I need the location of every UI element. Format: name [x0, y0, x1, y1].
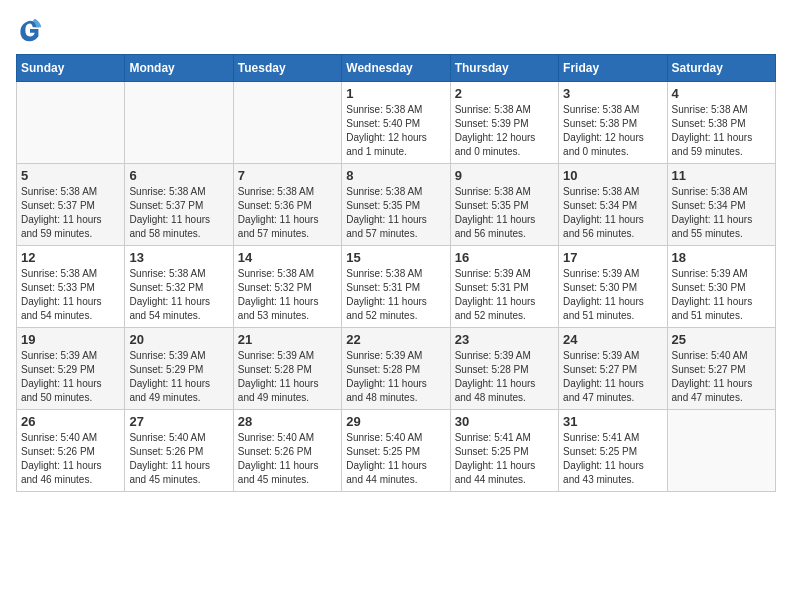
day-number: 17 — [563, 250, 662, 265]
weekday-header-thursday: Thursday — [450, 55, 558, 82]
calendar-cell: 11Sunrise: 5:38 AM Sunset: 5:34 PM Dayli… — [667, 164, 775, 246]
calendar-cell — [17, 82, 125, 164]
calendar-cell: 23Sunrise: 5:39 AM Sunset: 5:28 PM Dayli… — [450, 328, 558, 410]
day-info: Sunrise: 5:38 AM Sunset: 5:31 PM Dayligh… — [346, 267, 445, 323]
calendar-header: SundayMondayTuesdayWednesdayThursdayFrid… — [17, 55, 776, 82]
logo-icon — [16, 16, 44, 44]
day-number: 20 — [129, 332, 228, 347]
calendar-cell: 21Sunrise: 5:39 AM Sunset: 5:28 PM Dayli… — [233, 328, 341, 410]
logo — [16, 16, 48, 44]
calendar-week-2: 5Sunrise: 5:38 AM Sunset: 5:37 PM Daylig… — [17, 164, 776, 246]
weekday-header-friday: Friday — [559, 55, 667, 82]
day-number: 2 — [455, 86, 554, 101]
calendar-body: 1Sunrise: 5:38 AM Sunset: 5:40 PM Daylig… — [17, 82, 776, 492]
calendar-cell: 14Sunrise: 5:38 AM Sunset: 5:32 PM Dayli… — [233, 246, 341, 328]
day-number: 3 — [563, 86, 662, 101]
day-info: Sunrise: 5:39 AM Sunset: 5:29 PM Dayligh… — [21, 349, 120, 405]
weekday-header-monday: Monday — [125, 55, 233, 82]
day-number: 14 — [238, 250, 337, 265]
day-info: Sunrise: 5:38 AM Sunset: 5:39 PM Dayligh… — [455, 103, 554, 159]
day-info: Sunrise: 5:39 AM Sunset: 5:28 PM Dayligh… — [346, 349, 445, 405]
day-info: Sunrise: 5:38 AM Sunset: 5:32 PM Dayligh… — [238, 267, 337, 323]
day-info: Sunrise: 5:38 AM Sunset: 5:34 PM Dayligh… — [563, 185, 662, 241]
calendar-week-3: 12Sunrise: 5:38 AM Sunset: 5:33 PM Dayli… — [17, 246, 776, 328]
day-number: 16 — [455, 250, 554, 265]
calendar-cell: 25Sunrise: 5:40 AM Sunset: 5:27 PM Dayli… — [667, 328, 775, 410]
calendar-cell: 1Sunrise: 5:38 AM Sunset: 5:40 PM Daylig… — [342, 82, 450, 164]
day-info: Sunrise: 5:39 AM Sunset: 5:29 PM Dayligh… — [129, 349, 228, 405]
day-number: 27 — [129, 414, 228, 429]
day-number: 4 — [672, 86, 771, 101]
day-info: Sunrise: 5:38 AM Sunset: 5:37 PM Dayligh… — [21, 185, 120, 241]
day-info: Sunrise: 5:38 AM Sunset: 5:35 PM Dayligh… — [455, 185, 554, 241]
day-number: 23 — [455, 332, 554, 347]
day-info: Sunrise: 5:38 AM Sunset: 5:38 PM Dayligh… — [563, 103, 662, 159]
day-info: Sunrise: 5:39 AM Sunset: 5:28 PM Dayligh… — [238, 349, 337, 405]
day-number: 30 — [455, 414, 554, 429]
day-info: Sunrise: 5:39 AM Sunset: 5:31 PM Dayligh… — [455, 267, 554, 323]
day-number: 25 — [672, 332, 771, 347]
day-number: 31 — [563, 414, 662, 429]
weekday-header-sunday: Sunday — [17, 55, 125, 82]
day-info: Sunrise: 5:38 AM Sunset: 5:32 PM Dayligh… — [129, 267, 228, 323]
calendar-cell — [125, 82, 233, 164]
calendar-week-4: 19Sunrise: 5:39 AM Sunset: 5:29 PM Dayli… — [17, 328, 776, 410]
day-number: 24 — [563, 332, 662, 347]
day-info: Sunrise: 5:40 AM Sunset: 5:25 PM Dayligh… — [346, 431, 445, 487]
day-number: 10 — [563, 168, 662, 183]
day-info: Sunrise: 5:40 AM Sunset: 5:26 PM Dayligh… — [238, 431, 337, 487]
day-number: 26 — [21, 414, 120, 429]
calendar-table: SundayMondayTuesdayWednesdayThursdayFrid… — [16, 54, 776, 492]
calendar-cell: 8Sunrise: 5:38 AM Sunset: 5:35 PM Daylig… — [342, 164, 450, 246]
day-info: Sunrise: 5:38 AM Sunset: 5:34 PM Dayligh… — [672, 185, 771, 241]
day-number: 28 — [238, 414, 337, 429]
day-info: Sunrise: 5:38 AM Sunset: 5:37 PM Dayligh… — [129, 185, 228, 241]
calendar-cell: 30Sunrise: 5:41 AM Sunset: 5:25 PM Dayli… — [450, 410, 558, 492]
calendar-cell: 7Sunrise: 5:38 AM Sunset: 5:36 PM Daylig… — [233, 164, 341, 246]
day-number: 11 — [672, 168, 771, 183]
calendar-cell: 4Sunrise: 5:38 AM Sunset: 5:38 PM Daylig… — [667, 82, 775, 164]
day-number: 15 — [346, 250, 445, 265]
day-info: Sunrise: 5:41 AM Sunset: 5:25 PM Dayligh… — [455, 431, 554, 487]
calendar-cell: 12Sunrise: 5:38 AM Sunset: 5:33 PM Dayli… — [17, 246, 125, 328]
day-number: 29 — [346, 414, 445, 429]
calendar-cell: 2Sunrise: 5:38 AM Sunset: 5:39 PM Daylig… — [450, 82, 558, 164]
calendar-week-1: 1Sunrise: 5:38 AM Sunset: 5:40 PM Daylig… — [17, 82, 776, 164]
day-info: Sunrise: 5:41 AM Sunset: 5:25 PM Dayligh… — [563, 431, 662, 487]
day-info: Sunrise: 5:39 AM Sunset: 5:30 PM Dayligh… — [563, 267, 662, 323]
day-number: 6 — [129, 168, 228, 183]
calendar-cell: 20Sunrise: 5:39 AM Sunset: 5:29 PM Dayli… — [125, 328, 233, 410]
calendar-cell: 15Sunrise: 5:38 AM Sunset: 5:31 PM Dayli… — [342, 246, 450, 328]
day-info: Sunrise: 5:39 AM Sunset: 5:28 PM Dayligh… — [455, 349, 554, 405]
day-info: Sunrise: 5:39 AM Sunset: 5:30 PM Dayligh… — [672, 267, 771, 323]
day-number: 22 — [346, 332, 445, 347]
day-info: Sunrise: 5:40 AM Sunset: 5:26 PM Dayligh… — [129, 431, 228, 487]
calendar-cell: 16Sunrise: 5:39 AM Sunset: 5:31 PM Dayli… — [450, 246, 558, 328]
weekday-header-saturday: Saturday — [667, 55, 775, 82]
calendar-cell: 17Sunrise: 5:39 AM Sunset: 5:30 PM Dayli… — [559, 246, 667, 328]
calendar-cell: 9Sunrise: 5:38 AM Sunset: 5:35 PM Daylig… — [450, 164, 558, 246]
day-number: 19 — [21, 332, 120, 347]
day-number: 18 — [672, 250, 771, 265]
day-number: 9 — [455, 168, 554, 183]
calendar-cell: 5Sunrise: 5:38 AM Sunset: 5:37 PM Daylig… — [17, 164, 125, 246]
day-number: 5 — [21, 168, 120, 183]
weekday-header-row: SundayMondayTuesdayWednesdayThursdayFrid… — [17, 55, 776, 82]
day-info: Sunrise: 5:40 AM Sunset: 5:27 PM Dayligh… — [672, 349, 771, 405]
calendar-cell: 13Sunrise: 5:38 AM Sunset: 5:32 PM Dayli… — [125, 246, 233, 328]
day-info: Sunrise: 5:40 AM Sunset: 5:26 PM Dayligh… — [21, 431, 120, 487]
day-number: 7 — [238, 168, 337, 183]
day-info: Sunrise: 5:38 AM Sunset: 5:38 PM Dayligh… — [672, 103, 771, 159]
day-number: 21 — [238, 332, 337, 347]
calendar-cell: 10Sunrise: 5:38 AM Sunset: 5:34 PM Dayli… — [559, 164, 667, 246]
calendar-cell: 22Sunrise: 5:39 AM Sunset: 5:28 PM Dayli… — [342, 328, 450, 410]
day-info: Sunrise: 5:38 AM Sunset: 5:36 PM Dayligh… — [238, 185, 337, 241]
day-number: 8 — [346, 168, 445, 183]
weekday-header-tuesday: Tuesday — [233, 55, 341, 82]
calendar-cell: 19Sunrise: 5:39 AM Sunset: 5:29 PM Dayli… — [17, 328, 125, 410]
calendar-cell: 31Sunrise: 5:41 AM Sunset: 5:25 PM Dayli… — [559, 410, 667, 492]
calendar-cell: 6Sunrise: 5:38 AM Sunset: 5:37 PM Daylig… — [125, 164, 233, 246]
page-header — [16, 16, 776, 44]
calendar-cell: 27Sunrise: 5:40 AM Sunset: 5:26 PM Dayli… — [125, 410, 233, 492]
calendar-cell: 26Sunrise: 5:40 AM Sunset: 5:26 PM Dayli… — [17, 410, 125, 492]
